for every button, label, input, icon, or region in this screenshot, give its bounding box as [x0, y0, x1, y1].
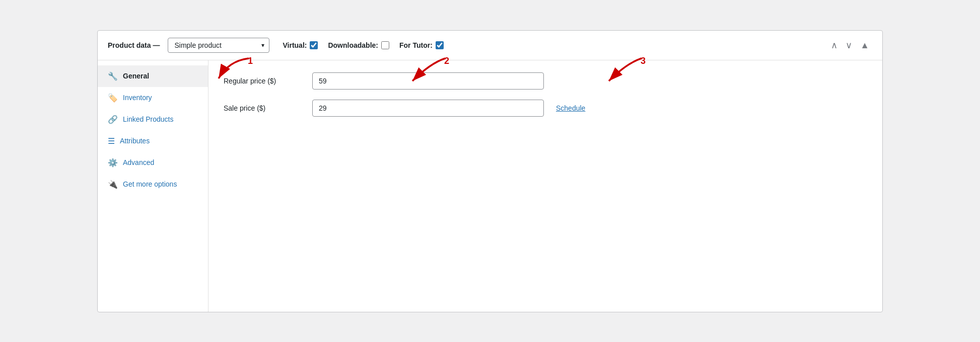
virtual-checkbox[interactable]	[310, 41, 318, 49]
expand-button[interactable]: ▲	[857, 39, 872, 52]
product-data-box: Product data — Simple product Grouped pr…	[97, 30, 883, 312]
product-data-label: Product data —	[108, 41, 160, 49]
sidebar-item-linked-products[interactable]: 🔗 Linked Products	[98, 109, 208, 130]
wrench-icon: 🔧	[108, 71, 118, 81]
downloadable-checkbox-label[interactable]: Downloadable:	[328, 41, 389, 49]
regular-price-row: Regular price ($)	[224, 72, 867, 90]
downloadable-checkbox[interactable]	[381, 41, 389, 49]
sidebar-label-attributes: Attributes	[120, 137, 150, 145]
sidebar-item-get-more-options[interactable]: 🔌 Get more options	[98, 174, 208, 195]
checkboxes-group: Virtual: 2 Downloadable:	[283, 41, 443, 49]
for-tutor-checkbox[interactable]	[436, 41, 444, 49]
sale-price-label: Sale price ($)	[224, 104, 304, 112]
downloadable-label: Downloadable:	[328, 41, 378, 49]
sale-price-input[interactable]	[312, 100, 544, 117]
virtual-checkbox-label[interactable]: Virtual:	[283, 41, 318, 49]
sidebar-label-general: General	[123, 72, 149, 80]
for-tutor-label: For Tutor:	[399, 41, 433, 49]
sidebar-label-linked-products: Linked Products	[123, 115, 173, 123]
tag-icon: 🏷️	[108, 93, 118, 103]
sidebar-label-inventory: Inventory	[123, 94, 152, 102]
list-icon: ☰	[108, 136, 115, 146]
main-content: 🔧 General 🏷️ Inventory 🔗 Linked Products…	[98, 60, 882, 312]
collapse-down-button[interactable]: ∨	[843, 39, 855, 52]
sidebar: 🔧 General 🏷️ Inventory 🔗 Linked Products…	[98, 60, 208, 312]
product-type-select[interactable]: Simple product Grouped product External/…	[168, 38, 269, 53]
for-tutor-checkbox-label[interactable]: For Tutor:	[399, 41, 444, 49]
virtual-label: Virtual:	[283, 41, 307, 49]
sidebar-label-advanced: Advanced	[123, 158, 154, 166]
sidebar-item-attributes[interactable]: ☰ Attributes	[98, 130, 208, 152]
schedule-link[interactable]: Schedule	[556, 104, 585, 112]
sidebar-item-general[interactable]: 🔧 General	[98, 65, 208, 87]
gear-icon: ⚙️	[108, 158, 118, 167]
sidebar-item-advanced[interactable]: ⚙️ Advanced	[98, 152, 208, 174]
link-icon: 🔗	[108, 115, 118, 124]
product-type-select-wrapper[interactable]: Simple product Grouped product External/…	[168, 38, 269, 53]
plugin-icon: 🔌	[108, 180, 118, 189]
sidebar-label-get-more-options: Get more options	[123, 180, 177, 188]
header-actions: ∧ ∨ ▲	[828, 39, 872, 52]
content-area: Regular price ($) Sale price ($) Schedul…	[208, 60, 882, 312]
sale-price-row: Sale price ($) Schedule	[224, 100, 867, 117]
regular-price-input[interactable]	[312, 72, 544, 90]
sidebar-item-inventory[interactable]: 🏷️ Inventory	[98, 87, 208, 109]
regular-price-label: Regular price ($)	[224, 77, 304, 85]
collapse-up-button[interactable]: ∧	[828, 39, 841, 52]
header-bar: Product data — Simple product Grouped pr…	[98, 31, 882, 60]
